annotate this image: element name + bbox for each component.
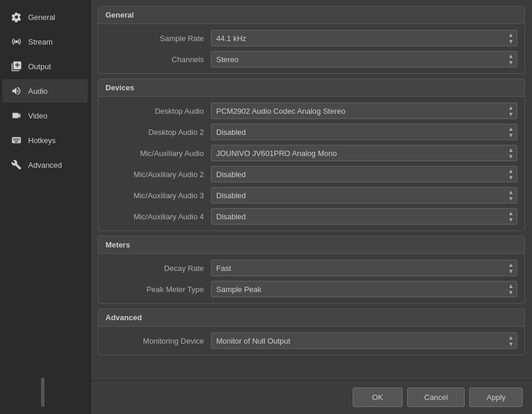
mic-aux-select[interactable]: JOUNIVO JV601PRO Analog Mono xyxy=(211,145,517,161)
stream-icon xyxy=(11,36,22,47)
devices-section-title: Devices xyxy=(98,79,524,97)
output-icon xyxy=(11,60,22,72)
sidebar-item-hotkeys[interactable]: Hotkeys xyxy=(2,128,88,152)
decay-rate-label: Decay Rate xyxy=(105,264,211,273)
mic-aux-row: Mic/Auxiliary Audio JOUNIVO JV601PRO Ana… xyxy=(98,142,524,164)
desktop-audio2-select[interactable]: Disabled xyxy=(211,124,517,140)
advanced-section: Advanced Monitoring Device Monitor of Nu… xyxy=(98,308,525,355)
decay-rate-row: Decay Rate Fast ▲ ▼ xyxy=(98,257,524,279)
mic-aux2-control: Disabled ▲ ▼ xyxy=(211,166,517,182)
monitoring-device-row: Monitoring Device Monitor of Null Output… xyxy=(98,330,524,351)
sidebar: General Stream Output Audio xyxy=(0,0,91,414)
sidebar-item-stream[interactable]: Stream xyxy=(2,30,88,53)
main-content: General Sample Rate 44.1 kHz ▲ ▼ xyxy=(91,0,532,414)
peak-meter-row: Peak Meter Type Sample Peak ▲ ▼ xyxy=(98,279,524,300)
desktop-audio2-row: Desktop Audio 2 Disabled ▲ ▼ xyxy=(98,121,524,142)
cancel-button[interactable]: Cancel xyxy=(407,388,465,407)
sidebar-item-output[interactable]: Output xyxy=(2,55,88,78)
advanced-icon xyxy=(11,159,22,171)
footer: OK Cancel Apply xyxy=(91,380,532,414)
monitoring-device-label: Monitoring Device xyxy=(105,337,211,345)
devices-section-body: Desktop Audio PCM2902 Audio Codec Analog… xyxy=(98,97,524,230)
desktop-audio-label: Desktop Audio xyxy=(105,107,211,116)
channels-label: Channels xyxy=(105,55,211,64)
audio-icon xyxy=(11,85,22,97)
peak-meter-control: Sample Peak ▲ ▼ xyxy=(211,281,517,297)
general-section: General Sample Rate 44.1 kHz ▲ ▼ xyxy=(98,6,525,74)
sidebar-item-hotkeys-label: Hotkeys xyxy=(28,136,56,145)
mic-aux4-row: Mic/Auxiliary Audio 4 Disabled ▲ ▼ xyxy=(98,206,524,227)
sidebar-item-advanced-label: Advanced xyxy=(28,161,62,169)
mic-aux3-row: Mic/Auxiliary Audio 3 Disabled ▲ ▼ xyxy=(98,185,524,206)
desktop-audio-row: Desktop Audio PCM2902 Audio Codec Analog… xyxy=(98,100,524,121)
sidebar-item-video[interactable]: Video xyxy=(2,104,88,127)
meters-section-title: Meters xyxy=(98,236,524,254)
sidebar-item-audio[interactable]: Audio xyxy=(2,79,88,103)
decay-rate-control: Fast ▲ ▼ xyxy=(211,260,517,276)
svg-point-0 xyxy=(15,40,18,43)
desktop-audio-control: PCM2902 Audio Codec Analog Stereo ▲ ▼ xyxy=(211,103,517,119)
desktop-audio2-label: Desktop Audio 2 xyxy=(105,128,211,137)
desktop-audio-select[interactable]: PCM2902 Audio Codec Analog Stereo xyxy=(211,103,517,119)
monitoring-device-control: Monitor of Null Output ▲ ▼ xyxy=(211,332,517,349)
sidebar-item-general[interactable]: General xyxy=(2,5,88,29)
meters-section: Meters Decay Rate Fast ▲ ▼ xyxy=(98,236,525,304)
channels-control: Stereo ▲ ▼ xyxy=(211,51,517,67)
mic-aux2-label: Mic/Auxiliary Audio 2 xyxy=(105,170,211,179)
desktop-audio2-control: Disabled ▲ ▼ xyxy=(211,124,517,140)
general-section-body: Sample Rate 44.1 kHz ▲ ▼ xyxy=(98,24,524,73)
sidebar-item-stream-label: Stream xyxy=(28,38,53,46)
peak-meter-label: Peak Meter Type xyxy=(105,285,211,294)
advanced-section-body: Monitoring Device Monitor of Null Output… xyxy=(98,327,524,355)
sidebar-item-video-label: Video xyxy=(28,111,47,120)
sample-rate-row: Sample Rate 44.1 kHz ▲ ▼ xyxy=(98,28,524,49)
mic-aux3-control: Disabled ▲ ▼ xyxy=(211,187,517,203)
apply-button[interactable]: Apply xyxy=(469,388,523,407)
monitoring-device-select[interactable]: Monitor of Null Output xyxy=(211,332,517,349)
advanced-section-title: Advanced xyxy=(98,309,524,327)
sidebar-item-output-label: Output xyxy=(28,62,51,71)
mic-aux3-select[interactable]: Disabled xyxy=(211,187,517,203)
channels-select[interactable]: Stereo xyxy=(211,51,517,67)
sidebar-item-advanced[interactable]: Advanced xyxy=(2,153,88,177)
sidebar-scrollbar[interactable] xyxy=(41,378,45,407)
sample-rate-label: Sample Rate xyxy=(105,34,211,43)
gear-icon xyxy=(11,11,22,23)
devices-section: Devices Desktop Audio PCM2902 Audio Code… xyxy=(98,79,525,231)
mic-aux2-row: Mic/Auxiliary Audio 2 Disabled ▲ ▼ xyxy=(98,164,524,185)
general-section-title: General xyxy=(98,6,524,24)
decay-rate-select[interactable]: Fast xyxy=(211,260,517,276)
ok-button[interactable]: OK xyxy=(353,388,403,407)
mic-aux-label: Mic/Auxiliary Audio xyxy=(105,149,211,158)
hotkeys-icon xyxy=(11,134,22,146)
meters-section-body: Decay Rate Fast ▲ ▼ xyxy=(98,254,524,303)
settings-area: General Sample Rate 44.1 kHz ▲ ▼ xyxy=(91,0,532,380)
sample-rate-control: 44.1 kHz ▲ ▼ xyxy=(211,30,517,46)
peak-meter-select[interactable]: Sample Peak xyxy=(211,281,517,297)
channels-row: Channels Stereo ▲ ▼ xyxy=(98,49,524,70)
mic-aux3-label: Mic/Auxiliary Audio 3 xyxy=(105,191,211,200)
sample-rate-select[interactable]: 44.1 kHz xyxy=(211,30,517,46)
sidebar-item-general-label: General xyxy=(28,13,55,22)
mic-aux4-label: Mic/Auxiliary Audio 4 xyxy=(105,212,211,221)
sidebar-item-audio-label: Audio xyxy=(28,87,47,96)
mic-aux4-select[interactable]: Disabled xyxy=(211,208,517,225)
mic-aux2-select[interactable]: Disabled xyxy=(211,166,517,182)
video-icon xyxy=(11,110,22,121)
mic-aux4-control: Disabled ▲ ▼ xyxy=(211,208,517,225)
mic-aux-control: JOUNIVO JV601PRO Analog Mono ▲ ▼ xyxy=(211,145,517,161)
